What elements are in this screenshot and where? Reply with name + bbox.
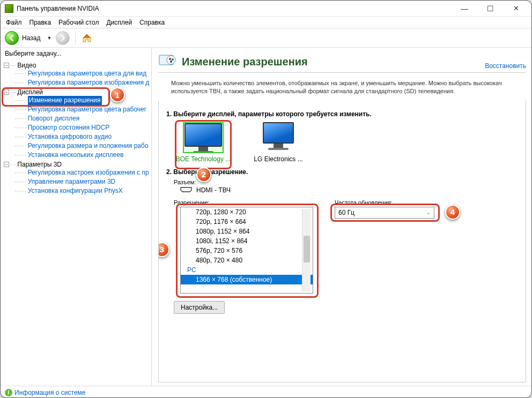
titlebar: Панель управления NVIDIA — ☐ ✕ <box>1 1 531 17</box>
connector-label: Разъем: <box>174 179 518 185</box>
resolution-item[interactable]: 720p, 1280 × 720 <box>181 207 313 217</box>
system-info-link[interactable]: Информация о системе <box>14 389 85 396</box>
back-button[interactable] <box>5 31 19 45</box>
menubar: Файл Правка Рабочий стол Дисплей Справка <box>1 17 531 28</box>
home-button[interactable] <box>81 32 93 44</box>
menu-file[interactable]: Файл <box>6 19 22 26</box>
svg-point-1 <box>167 56 175 64</box>
nav-rotate[interactable]: Поворот дисплея <box>28 114 80 123</box>
nav-multi-display[interactable]: Установка нескольких дисплеев <box>28 151 124 160</box>
chevron-down-icon: ⌄ <box>426 210 431 215</box>
maximize-button[interactable]: ☐ <box>482 4 498 13</box>
nav-3d-image[interactable]: Регулировка настроек изображения с пр <box>28 168 149 177</box>
customize-button[interactable]: Настройка... <box>174 301 225 314</box>
nav-video-image[interactable]: Регулировка параметров изображения д <box>28 78 150 87</box>
page-icon <box>158 52 178 71</box>
app-icon <box>5 4 13 13</box>
nav-change-resolution[interactable]: Изменение разрешения <box>28 96 102 105</box>
menu-desktop[interactable]: Рабочий стол <box>58 19 99 26</box>
resolution-item[interactable]: 720p, 1176 × 664 <box>181 217 313 227</box>
display-boe[interactable]: BOE Technology ... <box>174 122 233 163</box>
toolbar: Назад ▼ <box>1 28 531 48</box>
resolution-item[interactable]: 480p, 720 × 480 <box>181 256 313 265</box>
sidebar: Выберите задачу... −···Видео ······Регул… <box>1 48 152 386</box>
tree-toggle[interactable]: − <box>4 162 9 167</box>
cat-display: Дисплей <box>17 88 43 96</box>
settings-panel: 1. Выберите дисплей, параметры которого … <box>158 101 526 382</box>
nav-3d-manage[interactable]: Управление параметрами 3D <box>28 177 116 186</box>
scrollbar[interactable] <box>302 209 311 291</box>
back-label: Назад <box>22 34 40 42</box>
close-button[interactable]: ✕ <box>508 4 524 13</box>
task-label: Выберите задачу... <box>1 48 151 59</box>
annotation-badge-4: 4 <box>445 205 460 220</box>
resolution-group-pc: PC <box>181 265 313 275</box>
nav-physx[interactable]: Установка конфигурации PhysX <box>28 186 123 196</box>
display-label: LG Electronics ... <box>249 155 308 163</box>
cat-3d: Параметры 3D <box>17 161 62 168</box>
hdmi-icon <box>180 186 192 194</box>
content-pane: Изменение разрешения Восстановить Можно … <box>152 48 531 386</box>
refresh-value: 60 Гц <box>338 209 354 216</box>
nav-desktop-color[interactable]: Регулировка параметров цвета рабочег <box>28 105 147 114</box>
menu-display[interactable]: Дисплей <box>106 19 132 26</box>
connector-value: HDMI - ТВЧ <box>196 186 231 194</box>
back-dropdown[interactable]: ▼ <box>45 35 54 41</box>
monitor-icon <box>183 122 224 153</box>
resolution-item[interactable]: 576p, 720 × 576 <box>181 246 313 256</box>
restore-link[interactable]: Восстановить <box>485 62 526 70</box>
annotation-badge-1: 1 <box>110 87 125 102</box>
cat-video: Видео <box>17 62 36 69</box>
step1-title: 1. Выберите дисплей, параметры которого … <box>166 110 518 118</box>
svg-point-4 <box>170 61 172 63</box>
resolution-label: Разрешение: <box>174 199 313 206</box>
tree-toggle[interactable]: − <box>4 89 9 95</box>
nav-video-color[interactable]: Регулировка параметров цвета для вид <box>28 69 146 78</box>
tree-toggle[interactable]: − <box>4 63 9 68</box>
nav-digital-audio[interactable]: Установка цифрового аудио <box>28 132 112 141</box>
display-lg[interactable]: LG Electronics ... <box>249 122 308 163</box>
resolution-item[interactable]: 1080p, 1152 × 864 <box>181 227 313 236</box>
resolution-item[interactable]: 1080i, 1152 × 864 <box>181 236 313 246</box>
monitor-icon <box>258 122 299 153</box>
annotation-badge-2: 2 <box>196 167 211 182</box>
menu-edit[interactable]: Правка <box>29 19 51 26</box>
refresh-rate-select[interactable]: 60 Гц ⌄ <box>335 207 434 219</box>
annotation-badge-3: 3 <box>158 242 169 257</box>
page-description: Можно уменьшить количество элементов, от… <box>171 79 524 95</box>
display-label: BOE Technology ... <box>174 155 233 163</box>
svg-point-2 <box>169 58 171 60</box>
page-title: Изменение разрешения <box>182 56 485 68</box>
nav-tree: −···Видео ······Регулировка параметров ц… <box>1 59 151 386</box>
statusbar: i Информация о системе <box>1 386 531 398</box>
step2-title: 2. Выберите разрешение. <box>166 168 518 176</box>
window-title: Панель управления NVIDIA <box>17 5 456 12</box>
nav-hdcp[interactable]: Просмотр состояния HDCP <box>28 123 110 132</box>
resolution-list[interactable]: 720p, 1280 × 720 720p, 1176 × 664 1080p,… <box>180 207 313 294</box>
minimize-button[interactable]: — <box>456 4 472 13</box>
svg-point-3 <box>172 58 174 61</box>
info-icon: i <box>5 389 12 396</box>
forward-button[interactable] <box>56 31 70 45</box>
resolution-item-selected[interactable]: 1366 × 768 (собственное) <box>181 275 313 284</box>
menu-help[interactable]: Справка <box>139 19 165 26</box>
nav-size-position[interactable]: Регулировка размера и положения рабо <box>28 141 149 151</box>
refresh-label: Частота обновления: <box>335 199 434 206</box>
